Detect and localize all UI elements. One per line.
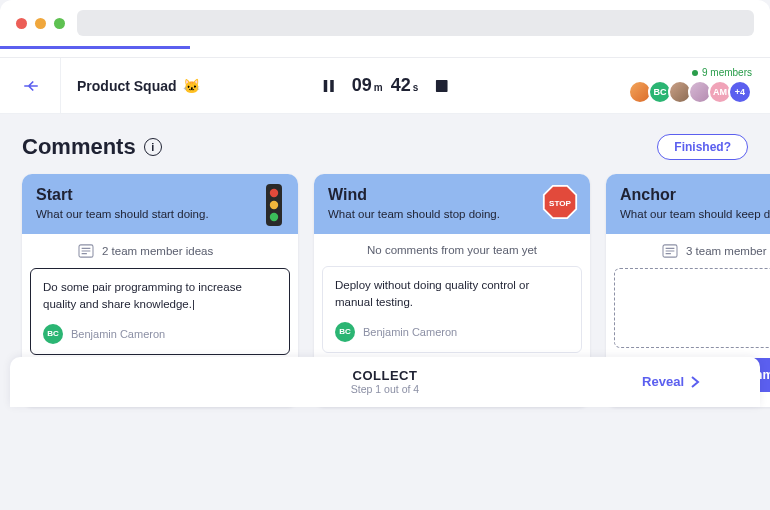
comment-card[interactable]: Deploy without doing quality control or … [322, 266, 582, 353]
tabs-strip [0, 46, 770, 58]
column-title: Wind [328, 186, 576, 204]
members-count: 9 members [692, 67, 752, 78]
timer-display: 09 m 42 s [352, 75, 419, 96]
svg-point-5 [270, 201, 278, 209]
page-head: Comments i Finished? [0, 114, 770, 174]
chevron-right-icon [690, 376, 700, 388]
comment-author: BC Benjamin Cameron [335, 322, 569, 342]
svg-rect-2 [435, 80, 447, 92]
comment-card[interactable]: Do some pair programming to increase qua… [30, 268, 290, 355]
doc-icon [78, 244, 94, 258]
svg-text:STOP: STOP [549, 199, 571, 208]
column-header: Wind What our team should stop doing. ST… [314, 174, 590, 234]
column-title: Anchor [620, 186, 770, 204]
stage-indicator: COLLECT Step 1 out of 4 [351, 368, 419, 395]
bottom-bar: COLLECT Step 1 out of 4 Reveal [10, 357, 760, 407]
column-subtitle: What our team should start doing. [36, 208, 284, 220]
column-header: Anchor What our team should keep doing. [606, 174, 770, 234]
page-title: Comments i [22, 134, 162, 160]
column-meta: No comments from your team yet [314, 234, 590, 266]
divider [60, 58, 61, 114]
author-name: Benjamin Cameron [71, 328, 165, 340]
column-subtitle: What our team should stop doing. [328, 208, 576, 220]
stop-timer-button[interactable] [432, 77, 450, 95]
pause-button[interactable] [320, 77, 338, 95]
avatar-overflow[interactable]: +4 [728, 80, 752, 104]
column-subtitle: What our team should keep doing. [620, 208, 770, 220]
close-window-icon[interactable] [16, 18, 27, 29]
info-icon[interactable]: i [144, 138, 162, 156]
comment-placeholder[interactable] [614, 268, 770, 348]
url-bar[interactable] [77, 10, 754, 36]
author-avatar: BC [43, 324, 63, 344]
svg-point-6 [270, 213, 278, 221]
stage-title: COLLECT [351, 368, 419, 383]
timer-min-unit: m [374, 82, 383, 93]
comment-author: BC Benjamin Cameron [43, 324, 277, 344]
column-meta: 2 team member ideas [22, 234, 298, 268]
timer-sec-unit: s [413, 82, 419, 93]
traffic-light-icon [262, 184, 286, 234]
svg-rect-1 [330, 80, 334, 92]
members: 9 members BC AM +4 [628, 67, 752, 104]
author-name: Benjamin Cameron [363, 326, 457, 338]
column-meta: 3 team member ideas [606, 234, 770, 268]
timer: 09 m 42 s [320, 75, 451, 96]
svg-rect-0 [324, 80, 328, 92]
browser-chrome [0, 0, 770, 46]
maximize-window-icon[interactable] [54, 18, 65, 29]
stop-sign-icon: STOP [542, 184, 578, 224]
back-button[interactable] [18, 73, 44, 99]
comment-text: Deploy without doing quality control or … [335, 277, 569, 312]
minimize-window-icon[interactable] [35, 18, 46, 29]
finished-button[interactable]: Finished? [657, 134, 748, 160]
stage-step: Step 1 out of 4 [351, 383, 419, 395]
comment-text[interactable]: Do some pair programming to increase qua… [43, 279, 277, 314]
window-controls [16, 18, 65, 29]
reveal-button[interactable]: Reveal [642, 374, 700, 389]
avatars[interactable]: BC AM +4 [628, 80, 752, 104]
team-name: Product Squad 🐱 [77, 78, 200, 94]
team-emoji-icon: 🐱 [183, 78, 200, 94]
author-avatar: BC [335, 322, 355, 342]
timer-minutes: 09 [352, 75, 372, 96]
team-name-text: Product Squad [77, 78, 177, 94]
column-title: Start [36, 186, 284, 204]
column-header: Start What our team should start doing. [22, 174, 298, 234]
doc-icon [662, 244, 678, 258]
svg-point-4 [270, 189, 278, 197]
timer-seconds: 42 [391, 75, 411, 96]
topbar: Product Squad 🐱 09 m 42 s 9 members BC [0, 58, 770, 114]
